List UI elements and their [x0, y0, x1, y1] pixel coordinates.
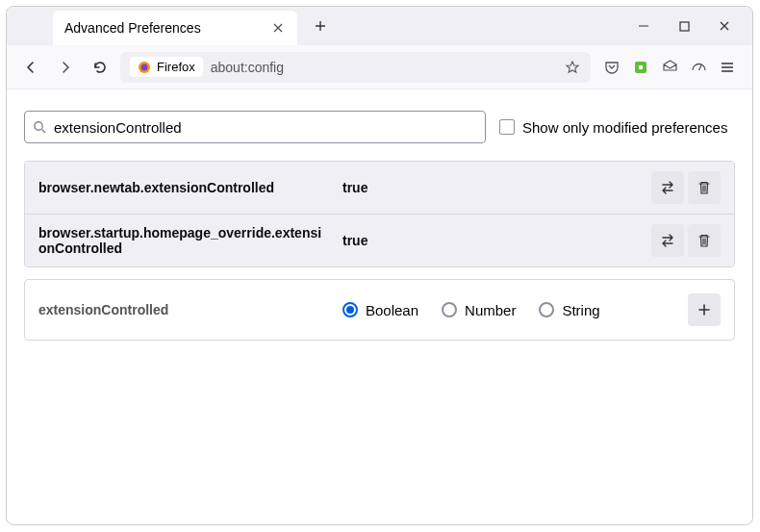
modified-only-checkbox-row[interactable]: Show only modified preferences: [499, 119, 727, 136]
type-radio-string[interactable]: String: [539, 302, 599, 318]
browser-tab[interactable]: Advanced Preferences: [53, 11, 297, 45]
preference-value: true: [342, 233, 636, 248]
type-radio-boolean[interactable]: Boolean: [342, 302, 418, 318]
minimize-button[interactable]: [637, 19, 650, 33]
preferences-table: browser.newtab.extensionControlled true …: [24, 161, 735, 267]
radio-icon: [342, 302, 358, 317]
toggle-button[interactable]: [651, 224, 684, 257]
checkbox-label: Show only modified preferences: [522, 119, 727, 136]
svg-rect-4: [639, 65, 643, 69]
new-tab-button[interactable]: [307, 13, 334, 39]
bookmark-star-icon[interactable]: [564, 60, 581, 75]
preference-actions: [651, 224, 721, 257]
extension-icon[interactable]: [631, 58, 650, 77]
preference-value: true: [342, 180, 636, 195]
preference-name: browser.newtab.extensionControlled: [38, 180, 327, 195]
config-content: Show only modified preferences browser.n…: [7, 89, 752, 362]
delete-button[interactable]: [688, 224, 721, 257]
preference-actions: [651, 171, 721, 204]
identity-box[interactable]: Firefox: [130, 57, 203, 77]
type-radio-number[interactable]: Number: [442, 302, 516, 318]
back-button[interactable]: [16, 53, 45, 82]
preference-row: browser.newtab.extensionControlled true: [25, 162, 734, 214]
navigation-toolbar: Firefox about:config: [7, 45, 752, 89]
radio-label: String: [562, 302, 599, 318]
radio-icon: [442, 302, 457, 317]
new-preference-name: extensionControlled: [38, 302, 327, 317]
tab-title: Advanced Preferences: [64, 20, 201, 36]
delete-button[interactable]: [688, 171, 721, 204]
maximize-button[interactable]: [677, 19, 691, 33]
search-row: Show only modified preferences: [24, 111, 735, 143]
add-button[interactable]: [688, 293, 721, 326]
svg-point-2: [141, 63, 148, 70]
type-radio-group: Boolean Number String: [342, 302, 672, 318]
menu-icon[interactable]: [718, 58, 737, 77]
pocket-icon[interactable]: [602, 58, 621, 77]
identity-label: Firefox: [157, 60, 195, 74]
reload-button[interactable]: [86, 53, 114, 82]
radio-icon: [539, 302, 554, 317]
radio-label: Number: [465, 302, 516, 318]
close-tab-icon[interactable]: [270, 20, 286, 36]
checkbox-icon[interactable]: [499, 119, 515, 135]
toolbar-actions: [596, 58, 743, 77]
browser-window: Advanced Preferences: [6, 6, 753, 525]
search-input[interactable]: [54, 119, 477, 136]
forward-button[interactable]: [51, 53, 80, 82]
search-box[interactable]: [24, 111, 486, 143]
dashboard-icon[interactable]: [689, 58, 708, 77]
address-bar[interactable]: Firefox about:config: [120, 52, 591, 83]
new-preference-row: extensionControlled Boolean Number Strin…: [24, 279, 735, 341]
svg-rect-0: [680, 22, 689, 31]
tab-bar: Advanced Preferences: [7, 7, 752, 45]
close-window-button[interactable]: [718, 19, 731, 33]
preference-row: browser.startup.homepage_override.extens…: [25, 214, 734, 266]
preference-name: browser.startup.homepage_override.extens…: [38, 225, 327, 256]
firefox-icon: [138, 61, 151, 74]
radio-label: Boolean: [366, 302, 418, 318]
svg-point-5: [35, 122, 42, 130]
toggle-button[interactable]: [651, 171, 684, 204]
url-text: about:config: [211, 60, 556, 75]
window-controls: [637, 19, 752, 33]
search-icon: [33, 120, 46, 134]
mail-icon[interactable]: [660, 58, 679, 77]
